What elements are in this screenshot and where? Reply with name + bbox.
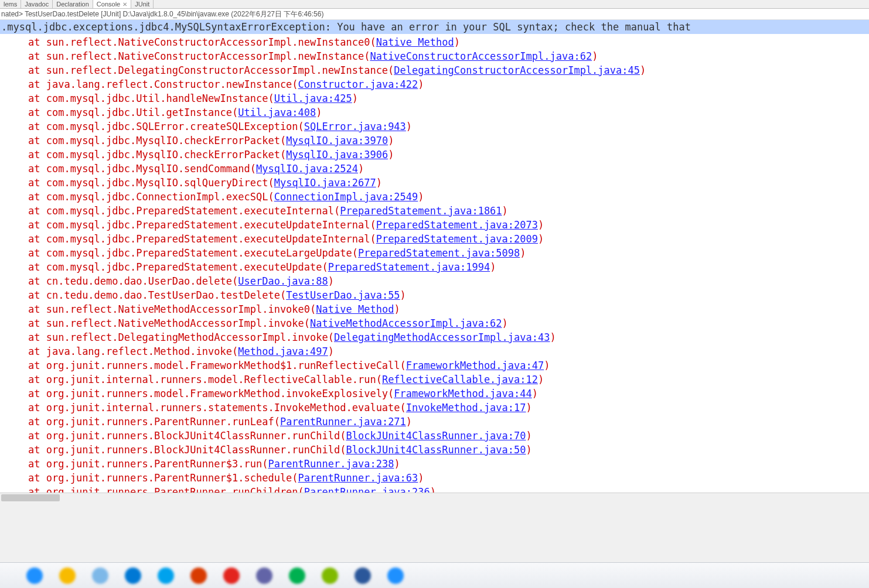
tab-javadoc[interactable]: Javadoc: [21, 0, 53, 8]
source-link[interactable]: Util.java:425: [274, 93, 352, 104]
source-link[interactable]: ConnectionImpl.java:2549: [274, 191, 418, 203]
tab-label: Console: [97, 1, 120, 8]
tab-junit[interactable]: JUnit: [131, 0, 154, 8]
source-link[interactable]: MysqlIO.java:3906: [286, 149, 388, 160]
source-link[interactable]: ParentRunner.java:271: [280, 416, 406, 428]
source-link[interactable]: UserDao.java:88: [238, 275, 328, 287]
paren-open: (: [268, 191, 274, 203]
tab-declaration[interactable]: Declaration: [53, 0, 93, 8]
taskbar-app-button[interactable]: [352, 567, 374, 584]
taskbar-app-button[interactable]: [253, 567, 275, 584]
source-link[interactable]: DelegatingMethodAccessorImpl.java:43: [334, 331, 550, 343]
taskbar-app-button[interactable]: [23, 567, 46, 584]
source-link[interactable]: MysqlIO.java:2677: [274, 177, 376, 189]
paren-open: (: [232, 107, 238, 118]
paren-close: ): [352, 93, 358, 104]
paren-open: (: [364, 50, 370, 62]
source-link[interactable]: FrameworkMethod.java:44: [394, 388, 531, 399]
taskbar-app-button[interactable]: [286, 567, 308, 584]
tab-console[interactable]: Console✕: [93, 0, 131, 8]
source-link[interactable]: PreparedStatement.java:1861: [340, 205, 502, 217]
stack-call: org.junit.internal.runners.model.Reflect…: [46, 374, 376, 385]
source-link[interactable]: PreparedStatement.java:2073: [376, 219, 538, 231]
source-link[interactable]: Util.java:408: [238, 107, 316, 118]
stack-frame: at org.junit.runners.BlockJUnit4ClassRun…: [0, 429, 869, 443]
stack-call: org.junit.runners.BlockJUnit4ClassRunner…: [46, 444, 340, 456]
taskbar-app-button[interactable]: [89, 567, 111, 584]
source-link[interactable]: ParentRunner.java:238: [268, 458, 394, 470]
paren-close: ): [538, 374, 544, 385]
at-keyword: at: [28, 402, 46, 413]
source-link[interactable]: Constructor.java:422: [298, 78, 418, 90]
paren-close: ): [550, 331, 556, 343]
stack-call: sun.reflect.NativeMethodAccessorImpl.inv…: [46, 303, 310, 315]
at-keyword: at: [28, 444, 46, 456]
scrollbar-thumb[interactable]: [1, 494, 60, 501]
tab-lems[interactable]: lems: [0, 0, 21, 8]
at-keyword: at: [28, 317, 46, 329]
source-link[interactable]: ReflectiveCallable.java:12: [382, 374, 538, 385]
exception-line: .mysql.jdbc.exceptions.jdbc4.MySQLSyntax…: [0, 20, 869, 34]
source-link[interactable]: TestUserDao.java:55: [286, 289, 400, 301]
source-link[interactable]: Method.java:497: [238, 346, 328, 357]
horizontal-scrollbar[interactable]: [0, 493, 869, 502]
at-keyword: at: [28, 163, 46, 175]
taskbar-app-button[interactable]: [56, 567, 79, 584]
paren-close: ): [316, 107, 322, 118]
source-link[interactable]: PreparedStatement.java:1994: [328, 261, 490, 273]
paren-open: (: [232, 275, 238, 287]
at-keyword: at: [28, 78, 46, 90]
source-link[interactable]: DelegatingConstructorAccessorImpl.java:4…: [394, 64, 640, 76]
source-link[interactable]: MysqlIO.java:3970: [286, 135, 388, 146]
stack-call: org.junit.runners.ParentRunner.runLeaf: [46, 416, 274, 428]
paren-close: ): [406, 121, 412, 132]
at-keyword: at: [28, 247, 46, 259]
taskbar-app-button[interactable]: [188, 567, 210, 584]
source-link[interactable]: PreparedStatement.java:5098: [358, 247, 520, 259]
taskbar-app-button[interactable]: [384, 567, 407, 584]
source-link[interactable]: NativeConstructorAccessorImpl.java:62: [370, 50, 592, 62]
paren-close: ): [418, 191, 424, 203]
close-icon[interactable]: ✕: [122, 1, 127, 8]
taskbar[interactable]: [0, 562, 869, 588]
source-link[interactable]: BlockJUnit4ClassRunner.java:70: [346, 430, 526, 442]
stack-call: cn.tedu.demo.dao.TestUserDao.testDelete: [46, 289, 280, 301]
console-header-text: nated> TestUserDao.testDelete [JUnit] D:…: [1, 9, 323, 19]
stacktrace: at sun.reflect.NativeConstructorAccessor…: [0, 34, 869, 499]
stack-frame: at com.mysql.jdbc.PreparedStatement.exec…: [0, 218, 869, 232]
source-link[interactable]: PreparedStatement.java:2009: [376, 233, 538, 245]
paren-close: ): [526, 402, 532, 413]
at-keyword: at: [28, 205, 46, 217]
source-link[interactable]: ParentRunner.java:63: [298, 472, 418, 484]
stack-call: com.mysql.jdbc.PreparedStatement.execute…: [46, 219, 370, 231]
stack-frame: at com.mysql.jdbc.ConnectionImpl.execSQL…: [0, 190, 869, 204]
stack-call: sun.reflect.NativeConstructorAccessorImp…: [46, 36, 370, 48]
at-keyword: at: [28, 50, 46, 62]
source-link[interactable]: MysqlIO.java:2524: [256, 163, 358, 175]
source-link[interactable]: Native Method: [316, 303, 394, 315]
stack-call: com.mysql.jdbc.MysqlIO.sendCommand: [46, 163, 250, 175]
source-link[interactable]: BlockJUnit4ClassRunner.java:50: [346, 444, 526, 456]
source-link[interactable]: NativeMethodAccessorImpl.java:62: [310, 317, 502, 329]
view-tabs: lemsJavadocDeclarationConsole✕JUnit: [0, 0, 869, 9]
taskbar-app-button[interactable]: [220, 567, 243, 584]
paren-open: (: [334, 205, 340, 217]
paren-close: ): [502, 317, 508, 329]
paren-open: (: [268, 93, 274, 104]
taskbar-app-button[interactable]: [155, 567, 177, 584]
source-link[interactable]: InvokeMethod.java:17: [406, 402, 526, 413]
paren-open: (: [292, 78, 298, 90]
source-link[interactable]: SQLError.java:943: [304, 121, 406, 132]
at-keyword: at: [28, 346, 46, 357]
stack-call: cn.tedu.demo.dao.UserDao.delete: [46, 275, 232, 287]
taskbar-app-button[interactable]: [122, 567, 144, 584]
paren-close: ): [520, 247, 526, 259]
stack-frame: at com.mysql.jdbc.PreparedStatement.exec…: [0, 260, 869, 274]
source-link[interactable]: FrameworkMethod.java:47: [406, 360, 544, 371]
at-keyword: at: [28, 275, 46, 287]
stack-call: com.mysql.jdbc.SQLError.createSQLExcepti…: [46, 121, 298, 132]
source-link[interactable]: Native Method: [376, 36, 454, 48]
app-icon: [190, 568, 207, 584]
stack-frame: at com.mysql.jdbc.MysqlIO.sendCommand(My…: [0, 162, 869, 176]
taskbar-app-button[interactable]: [319, 567, 341, 584]
